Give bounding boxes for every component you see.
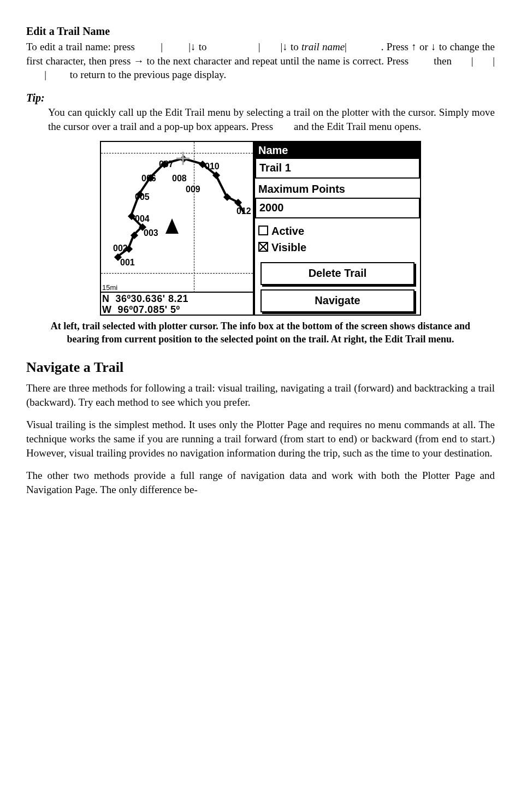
navigate-button[interactable]: Navigate (260, 289, 415, 312)
checkbox-checked-icon (258, 242, 268, 252)
max-points-label: Maximum Points (255, 181, 420, 199)
checkbox-icon (258, 226, 268, 235)
edit-trail-heading: Edit a Trail Name (26, 24, 495, 39)
tip-label: Tip: (26, 91, 495, 105)
trail-path-graphic (101, 142, 254, 294)
edit-trail-menu: Name Trail 1 Maximum Points 2000 Active … (254, 141, 421, 316)
name-field-value[interactable]: Trail 1 (255, 159, 420, 179)
waypoint-label: 008 (172, 174, 187, 183)
waypoint-label: 002 (113, 244, 128, 253)
waypoint-label: 012 (236, 206, 251, 216)
max-points-value[interactable]: 2000 (255, 199, 420, 218)
name-field-label: Name (255, 142, 420, 159)
coordinate-box: N 36º30.636' 8.21 W 96º07.085' 5º (101, 292, 253, 315)
tip-body: You can quickly call up the Edit Trail m… (48, 105, 495, 133)
figure-row: 001 002 003 004 005 006 007 008 009 010 … (26, 141, 495, 316)
navigate-trail-heading: Navigate a Trail (26, 358, 495, 377)
plotter-screenshot: 001 002 003 004 005 006 007 008 009 010 … (100, 141, 254, 316)
waypoint-label: 007 (159, 159, 174, 169)
figure-caption: At left, trail selected with plotter cur… (39, 320, 482, 346)
delete-trail-button[interactable]: Delete Trail (260, 262, 415, 285)
waypoint-label: 009 (186, 185, 200, 194)
waypoint-label: 004 (135, 214, 150, 224)
waypoint-label: 001 (120, 258, 135, 268)
waypoint-label: 005 (135, 192, 150, 202)
waypoint-label: 006 (141, 174, 156, 183)
active-checkbox[interactable]: Active (258, 223, 417, 239)
nav-paragraph-2: Visual trailing is the simplest method. … (26, 418, 495, 460)
waypoint-label: 003 (144, 228, 158, 238)
nav-paragraph-3: The other two methods provide a full ran… (26, 469, 495, 496)
plotter-scale: 15mi (102, 283, 117, 292)
visible-checkbox[interactable]: Visible (258, 239, 417, 256)
nav-paragraph-1: There are three methods for following a … (26, 381, 495, 409)
edit-trail-instructions: To edit a trail name: press | |↓ to | |↓… (26, 40, 495, 82)
waypoint-label: 010 (205, 162, 220, 171)
svg-marker-0 (165, 218, 179, 234)
